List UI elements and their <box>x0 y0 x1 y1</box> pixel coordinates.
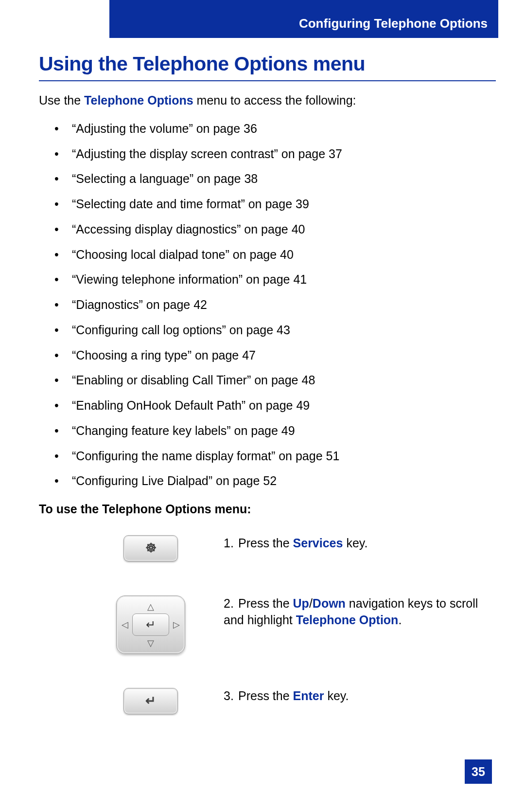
arrow-left-icon: ◁ <box>122 619 128 631</box>
intro-em: Telephone Options <box>84 93 193 107</box>
arrow-down-icon: ▽ <box>147 637 154 649</box>
list-item: “Configuring Live Dialpad” on page 52 <box>60 473 496 489</box>
step-em: Services <box>293 536 343 550</box>
list-item: “Adjusting the display screen contrast” … <box>60 146 496 162</box>
list-item: “Configuring call log options” on page 4… <box>60 322 496 339</box>
list-item: “Adjusting the volume” on page 36 <box>60 121 496 137</box>
step-em: Enter <box>293 689 324 703</box>
step-text: 1. Press the Services key. <box>224 535 496 552</box>
navpad-icon: △▽◁▷↵ <box>116 595 185 654</box>
options-list: “Adjusting the volume” on page 36“Adjust… <box>39 121 496 489</box>
intro-prefix: Use the <box>39 93 84 107</box>
header-section-tab: Configuring Telephone Options <box>109 0 498 38</box>
enter-center-icon: ↵ <box>132 614 169 636</box>
steps-grid: ☸1. Press the Services key.△▽◁▷↵2. Press… <box>78 535 496 714</box>
list-item: “Selecting date and time format” on page… <box>60 196 496 213</box>
services-glyph-icon: ☸ <box>145 540 157 557</box>
document-page: Configuring Telephone Options Using the … <box>0 0 525 812</box>
services-key: ☸ <box>123 535 178 561</box>
body: Use the Telephone Options menu to access… <box>39 92 496 714</box>
list-item: “Choosing a ring type” on page 47 <box>60 347 496 364</box>
list-item: “Changing feature key labels” on page 49 <box>60 423 496 439</box>
list-item: “Configuring the name display format” on… <box>60 448 496 465</box>
step-text: 3. Press the Enter key. <box>224 688 496 704</box>
step-text: 2. Press the Up/Down navigation keys to … <box>224 595 496 629</box>
step-span: Press the <box>238 536 293 550</box>
list-item: “Selecting a language” on page 38 <box>60 171 496 187</box>
enter-glyph-icon: ↵ <box>145 692 156 709</box>
step-span: key. <box>324 689 349 703</box>
arrow-right-icon: ▷ <box>173 619 180 631</box>
step-em: Down <box>313 596 346 610</box>
page-number: 35 <box>465 759 492 784</box>
page-title-block: Using the Telephone Options menu <box>39 53 496 81</box>
step-span: Press the <box>238 596 293 610</box>
enter-key: ↵ <box>123 688 178 714</box>
page-number-value: 35 <box>472 765 485 779</box>
intro-paragraph: Use the Telephone Options menu to access… <box>39 92 496 109</box>
list-item: “Diagnostics” on page 42 <box>60 297 496 313</box>
step-number: 3. <box>224 688 238 704</box>
navpad-key-icon: △▽◁▷↵ <box>78 595 224 654</box>
intro-suffix: menu to access the following: <box>193 93 356 107</box>
list-item: “Accessing display diagnostics” on page … <box>60 221 496 238</box>
step-span: . <box>398 613 402 627</box>
list-item: “Enabling OnHook Default Path” on page 4… <box>60 397 496 414</box>
list-item: “Choosing local dialpad tone” on page 40 <box>60 247 496 263</box>
services-key-icon: ☸ <box>78 535 224 561</box>
enter-key-icon: ↵ <box>78 688 224 714</box>
steps-subtitle: To use the Telephone Options menu: <box>39 501 496 518</box>
step-span: key. <box>343 536 368 550</box>
step-em: Telephone Option <box>296 613 399 627</box>
step-span: Press the <box>238 689 293 703</box>
step-span: / <box>309 596 313 610</box>
step-em: Up <box>293 596 309 610</box>
step-number: 1. <box>224 535 238 552</box>
list-item: “Viewing telephone information” on page … <box>60 271 496 288</box>
header-section-label: Configuring Telephone Options <box>299 16 488 31</box>
arrow-up-icon: △ <box>147 601 154 613</box>
step-number: 2. <box>224 595 238 612</box>
page-title: Using the Telephone Options menu <box>39 53 496 75</box>
list-item: “Enabling or disabling Call Timer” on pa… <box>60 372 496 389</box>
